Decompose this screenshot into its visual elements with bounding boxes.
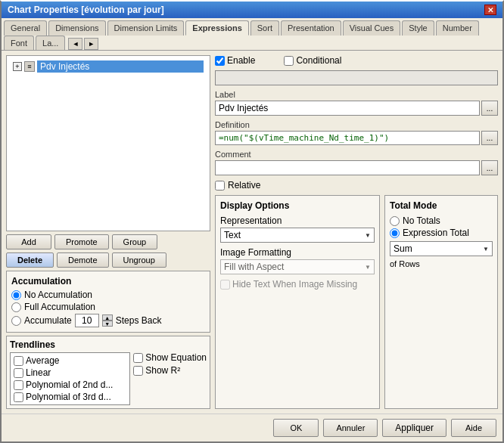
steps-input[interactable] <box>75 314 99 327</box>
main-content: + ≡ Pdv Injectés Add Promote Group Delet… <box>2 51 502 414</box>
tab-sort[interactable]: Sort <box>250 20 279 36</box>
label-input-row: ... <box>215 101 498 116</box>
enable-checkbox[interactable] <box>215 56 225 66</box>
chart-properties-window: Chart Properties [évolution par jour] ✕ … <box>0 0 504 443</box>
relative-checkbox[interactable] <box>215 181 225 191</box>
poly2-label: Polynomial of 2nd d... <box>26 379 113 390</box>
tab-general[interactable]: General <box>4 20 47 36</box>
delete-button[interactable]: Delete <box>6 252 54 268</box>
trend-item-linear: Linear <box>12 367 128 379</box>
trend-show-options: Show Equation Show R² <box>133 352 207 405</box>
show-r-label: Show R² <box>145 365 180 376</box>
left-panel: + ≡ Pdv Injectés Add Promote Group Delet… <box>6 55 210 409</box>
image-formatting-dropdown-icon: ▼ <box>365 264 371 271</box>
no-accumulation-label: No Accumulation <box>24 290 92 300</box>
poly2-checkbox[interactable] <box>14 380 23 390</box>
tab-presentation[interactable]: Presentation <box>281 20 341 36</box>
apply-button[interactable]: Appliquer <box>382 419 446 437</box>
linear-label: Linear <box>26 367 51 378</box>
cancel-button[interactable]: Annuler <box>323 419 378 437</box>
tree-expand-icon[interactable]: + <box>13 62 22 71</box>
tab-dimension-limits[interactable]: Dimension Limits <box>107 20 185 36</box>
comment-input-row: ... <box>215 160 498 175</box>
display-options-title: Display Options <box>220 200 375 211</box>
tab-prev-button[interactable]: ◄ <box>68 38 82 50</box>
tab-next-button[interactable]: ► <box>84 38 98 50</box>
demote-button[interactable]: Demote <box>57 252 109 268</box>
total-mode-panel: Total Mode No Totals Expression Total Su… <box>384 195 498 409</box>
tree-item: + ≡ Pdv Injectés <box>10 59 207 74</box>
definition-section-title: Definition <box>215 120 498 129</box>
no-totals-row: No Totals <box>390 215 493 226</box>
label-ellipsis-button[interactable]: ... <box>481 101 498 116</box>
steps-down-button[interactable]: ▼ <box>102 321 113 327</box>
tab-expressions[interactable]: Expressions <box>185 20 248 36</box>
image-formatting-section: Image Formatting Fill with Aspect ▼ <box>220 247 375 274</box>
expression-total-row: Expression Total <box>390 228 493 238</box>
add-button[interactable]: Add <box>6 234 51 249</box>
relative-row: Relative <box>215 180 498 191</box>
linear-checkbox[interactable] <box>14 368 23 378</box>
no-accumulation-radio[interactable] <box>11 290 21 300</box>
representation-dropdown-icon: ▼ <box>365 232 371 239</box>
conditional-label: Conditional <box>296 55 341 66</box>
show-r-checkbox[interactable] <box>133 366 143 376</box>
steps-label: Steps Back <box>116 315 162 326</box>
full-accumulation-label: Full Accumulation <box>24 302 95 312</box>
expression-total-label: Expression Total <box>403 228 469 238</box>
steps-stepper: ▲ ▼ <box>102 314 113 327</box>
show-equation-checkbox[interactable] <box>133 353 143 363</box>
poly3-checkbox[interactable] <box>14 392 23 402</box>
sum-row: Sum ▼ <box>390 241 493 256</box>
conditional-input-area <box>215 70 498 85</box>
tab-font[interactable]: Font <box>4 36 34 50</box>
accumulate-radio[interactable] <box>11 316 21 326</box>
group-button[interactable]: Group <box>112 234 158 249</box>
promote-button[interactable]: Promote <box>54 234 109 249</box>
tree-item-label[interactable]: Pdv Injectés <box>37 60 204 73</box>
tab-style[interactable]: Style <box>402 20 434 36</box>
expression-total-radio[interactable] <box>390 228 400 238</box>
definition-ellipsis-button[interactable]: ... <box>481 131 498 145</box>
trendlines-title: Trendlines <box>10 339 207 350</box>
tab-visual-cues[interactable]: Visual Cues <box>343 20 401 36</box>
image-formatting-label: Image Formatting <box>220 247 375 258</box>
comment-input[interactable] <box>215 160 480 175</box>
definition-section: Definition =num("$(vTime_machine_Nd_time… <box>215 120 498 145</box>
hide-text-checkbox <box>220 280 230 290</box>
hide-text-row: Hide Text When Image Missing <box>220 279 375 290</box>
of-rows-label: of Rows <box>390 259 420 268</box>
ungroup-button[interactable]: Ungroup <box>112 252 166 268</box>
relative-label: Relative <box>228 180 260 191</box>
apply-label: Appliquer <box>395 423 434 433</box>
average-label: Average <box>26 355 59 366</box>
conditional-checkbox[interactable] <box>284 56 294 66</box>
comment-section: Comment ... <box>215 150 498 175</box>
full-accumulation-radio[interactable] <box>11 302 21 312</box>
titlebar: Chart Properties [évolution par jour] ✕ <box>2 2 502 18</box>
conditional-checkbox-wrapper: Conditional <box>284 55 341 66</box>
trend-item-average: Average <box>12 355 128 367</box>
no-accumulation-row: No Accumulation <box>11 290 205 300</box>
tab-dimensions[interactable]: Dimensions <box>48 20 105 36</box>
enable-conditional-row: Enable Conditional <box>215 55 498 66</box>
sum-select[interactable]: Sum ▼ <box>390 241 493 256</box>
no-totals-label: No Totals <box>403 215 440 226</box>
image-formatting-select[interactable]: Fill with Aspect ▼ <box>220 259 375 274</box>
comment-ellipsis-button[interactable]: ... <box>481 160 498 175</box>
steps-up-button[interactable]: ▲ <box>102 314 113 321</box>
tab-number[interactable]: Number <box>436 20 479 36</box>
top-buttons-row: Add Promote Group <box>6 234 210 249</box>
no-totals-radio[interactable] <box>390 216 400 226</box>
sum-dropdown-icon: ▼ <box>483 246 489 252</box>
label-input[interactable] <box>215 101 480 116</box>
full-accumulation-row: Full Accumulation <box>11 302 205 312</box>
image-formatting-value: Fill with Aspect <box>224 262 284 272</box>
representation-select[interactable]: Text ▼ <box>220 228 375 243</box>
average-checkbox[interactable] <box>14 356 23 366</box>
tab-la[interactable]: La... <box>36 36 65 50</box>
definition-value[interactable]: =num("$(vTime_machine_Nd_time_1)") <box>215 131 480 145</box>
close-button[interactable]: ✕ <box>484 5 496 15</box>
help-button[interactable]: Aide <box>451 419 496 437</box>
ok-button[interactable]: OK <box>273 419 319 437</box>
